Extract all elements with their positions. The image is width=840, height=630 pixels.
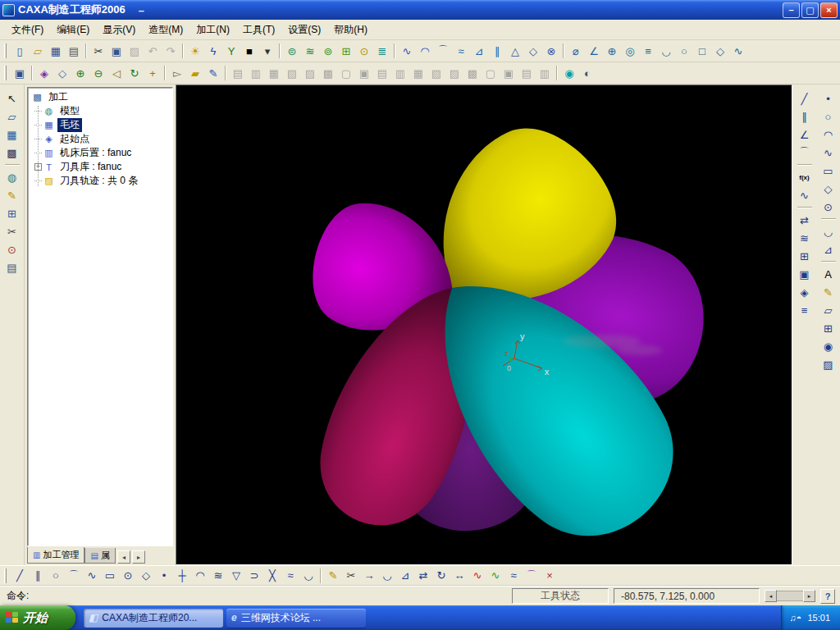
- task-forum[interactable]: e三维网技术论坛 ...: [226, 609, 366, 628]
- extend-curve-icon[interactable]: →: [360, 568, 378, 584]
- curve-join-icon[interactable]: ⊃: [245, 568, 263, 584]
- 3d-viewport[interactable]: y x z 0: [176, 84, 792, 565]
- zoom-dynamic-icon[interactable]: ◇: [53, 65, 71, 81]
- sphere-tool-icon[interactable]: ◉: [819, 337, 838, 355]
- task-caxa[interactable]: ◧CAXA制造工程师20...: [84, 609, 223, 628]
- parallel-tool-icon[interactable]: ∥: [795, 107, 814, 126]
- target-icon[interactable]: ⊙: [2, 240, 21, 258]
- circle-tool-icon[interactable]: ○: [819, 107, 838, 126]
- point-icon[interactable]: •: [155, 568, 173, 584]
- cam-isoline-icon[interactable]: ≈: [452, 43, 470, 59]
- polygon-tool-icon[interactable]: ◇: [819, 180, 838, 198]
- erase-icon[interactable]: ▰: [186, 65, 204, 81]
- spline-tool-icon[interactable]: ∿: [819, 144, 838, 162]
- delete-curve-icon[interactable]: ×: [541, 568, 559, 584]
- fx-icon[interactable]: f(x): [795, 168, 814, 186]
- mirror-curve-icon[interactable]: ⇄: [795, 211, 814, 229]
- cam-curve-mill-icon[interactable]: ∿: [398, 43, 416, 59]
- point-tool-icon[interactable]: •: [819, 89, 838, 107]
- tray-network-icon[interactable]: ◓: [797, 613, 802, 623]
- projection-line-icon[interactable]: ▽: [227, 568, 245, 584]
- spline-icon[interactable]: ∿: [83, 568, 101, 584]
- cam-facet-mill-icon[interactable]: ◇: [711, 43, 729, 59]
- start-button[interactable]: 开始: [0, 605, 75, 630]
- command-input[interactable]: [34, 589, 507, 604]
- cam-smooth-mill-icon[interactable]: ◡: [657, 43, 675, 59]
- array-tool-icon[interactable]: ⊞: [819, 319, 838, 337]
- tree-item-model[interactable]: ◍模型: [28, 104, 172, 118]
- pencil-icon[interactable]: ✎: [2, 186, 21, 204]
- color-dropdown-icon[interactable]: ▾: [258, 43, 276, 59]
- plane-tool-icon[interactable]: ▱: [819, 301, 838, 319]
- chamfer-tool-icon[interactable]: ⊿: [819, 240, 838, 258]
- pick-filter-icon[interactable]: ▻: [168, 65, 186, 81]
- curve-edit-icon[interactable]: ≈: [281, 568, 299, 584]
- tab-properties[interactable]: ▤属: [84, 548, 115, 564]
- tree-item-stock[interactable]: ▦毛坯: [28, 118, 172, 132]
- coord-axis-icon[interactable]: Y: [222, 43, 240, 59]
- rectangle-icon[interactable]: ▭: [101, 568, 119, 584]
- line-tool-icon[interactable]: ╱: [795, 89, 814, 107]
- tree-item-root[interactable]: ▩加工: [28, 90, 172, 104]
- grid-icon[interactable]: ⊞: [2, 204, 21, 222]
- tangent-arc-icon[interactable]: ⌒: [795, 144, 814, 162]
- green-curve-icon[interactable]: ∿: [486, 568, 504, 584]
- cut-icon[interactable]: ✂: [89, 43, 107, 59]
- minimize-button[interactable]: –: [783, 2, 800, 18]
- tray-volume-icon[interactable]: ♫: [790, 613, 797, 623]
- tab-machining-manager[interactable]: ▥加工管理: [27, 547, 84, 564]
- menu-machining[interactable]: 加工(N): [189, 21, 236, 39]
- ellipse-icon[interactable]: ⊙: [119, 568, 137, 584]
- open-file-icon[interactable]: ▱: [29, 43, 47, 59]
- select-arrow-icon[interactable]: ↖: [2, 89, 21, 107]
- toolbar-grip[interactable]: [4, 66, 7, 80]
- fillet-tool-icon[interactable]: ◡: [819, 222, 838, 240]
- render-box-icon[interactable]: ▩: [2, 144, 21, 162]
- toolbar-grip[interactable]: [4, 43, 7, 58]
- trim-curve-icon[interactable]: ✂: [342, 568, 360, 584]
- zoom-previous-icon[interactable]: ◁: [107, 65, 126, 81]
- offset-curve-icon[interactable]: ≋: [795, 229, 814, 247]
- new-file-icon[interactable]: ▯: [11, 43, 29, 59]
- fillet-curve-icon[interactable]: ◡: [378, 568, 396, 584]
- cam-spiral-mill-icon[interactable]: ◎: [621, 43, 639, 59]
- contour-line-icon[interactable]: ◠: [191, 568, 209, 584]
- cam-surface-mill-icon[interactable]: ◠: [416, 43, 434, 59]
- formula-curve-icon[interactable]: ∿: [795, 186, 814, 204]
- angle-line-icon[interactable]: ∠: [795, 126, 814, 144]
- text-icon[interactable]: A: [819, 265, 838, 283]
- mdi-minimize-icon[interactable]: –: [139, 4, 144, 16]
- cam-ring-mill-icon[interactable]: ○: [675, 43, 693, 59]
- chamfer-curve-icon[interactable]: ⊿: [396, 568, 414, 584]
- tree-item-tool-library[interactable]: +T刀具库 : fanuc: [28, 160, 172, 174]
- cam-groove-icon[interactable]: ≣: [373, 43, 391, 59]
- mirror-line-icon[interactable]: ⇄: [414, 568, 432, 584]
- refresh-view-icon[interactable]: ↻: [126, 65, 144, 81]
- hatch-tool-icon[interactable]: ▨: [819, 355, 838, 373]
- cam-wave-mill-icon[interactable]: ∿: [729, 43, 747, 59]
- copy-icon[interactable]: ▣: [107, 43, 126, 59]
- zoom-in-icon[interactable]: ⊕: [71, 65, 89, 81]
- menu-settings[interactable]: 设置(S): [281, 21, 327, 39]
- visual-style-icon[interactable]: ◍: [2, 168, 21, 186]
- cam-contour-mill-icon[interactable]: ⊚: [319, 43, 337, 59]
- save-icon[interactable]: ▦: [47, 43, 65, 59]
- sketch-plane-icon[interactable]: ▱: [2, 107, 21, 126]
- tree-item-toolpath[interactable]: ▨刀具轨迹 : 共 0 条: [28, 174, 172, 188]
- tree-item-machine-post[interactable]: ▥机床后置 : fanuc: [28, 146, 172, 160]
- maximize-button[interactable]: ▢: [801, 2, 819, 18]
- sketch-pencil-icon[interactable]: ✎: [324, 568, 342, 584]
- toolbar-grip[interactable]: [4, 568, 7, 583]
- menu-model[interactable]: 造型(M): [142, 21, 189, 39]
- translate-curve-icon[interactable]: ↔: [450, 568, 468, 584]
- tab-scroll-left-button[interactable]: ◂: [117, 550, 130, 564]
- cam-plane-mill-icon[interactable]: ⊞: [337, 43, 355, 59]
- cam-rough-mill-icon[interactable]: ⊜: [283, 43, 301, 59]
- rotate-curve-icon[interactable]: ↻: [432, 568, 450, 584]
- menu-view[interactable]: 显示(V): [96, 21, 142, 39]
- material-icon[interactable]: ▦: [2, 126, 21, 144]
- cam-parallel-mill-icon[interactable]: ∥: [488, 43, 506, 59]
- shade-mode-icon[interactable]: ☀: [186, 43, 204, 59]
- cam-zigzag-mill-icon[interactable]: ≡: [639, 43, 657, 59]
- cam-angle-mill-icon[interactable]: ∠: [585, 43, 603, 59]
